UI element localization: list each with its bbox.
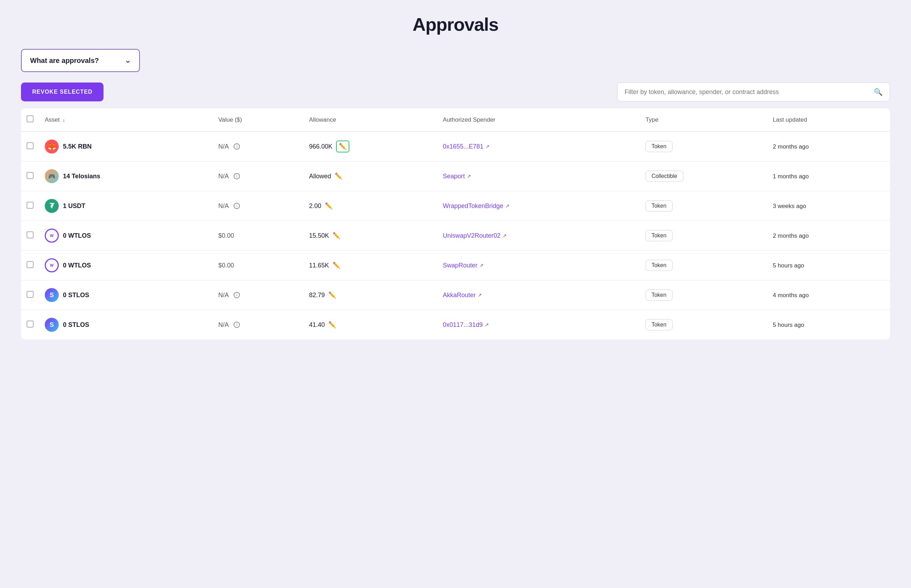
info-icon[interactable]: i: [234, 321, 240, 328]
faq-dropdown[interactable]: What are approvals? ⌄: [21, 49, 140, 72]
spender-cell: 0x1655...E781 ↗: [437, 131, 640, 162]
row-checkbox[interactable]: [27, 202, 34, 209]
table-row: 🎮 14 Telosians N/Ai Allowed ✏️ Seaport ↗…: [21, 162, 890, 191]
asset-cell: S 0 STLOS: [39, 310, 213, 340]
type-cell: Token: [640, 310, 767, 340]
edit-allowance-button[interactable]: ✏️: [333, 232, 340, 239]
spender-name: 0x0117...31d9: [443, 321, 482, 329]
row-checkbox-cell: [21, 250, 39, 280]
header-checkbox: [21, 108, 39, 131]
page-title: Approvals: [21, 14, 890, 35]
info-icon[interactable]: i: [234, 292, 240, 298]
spender-link[interactable]: 0x1655...E781 ↗: [443, 143, 634, 150]
info-icon[interactable]: i: [234, 203, 240, 209]
spender-link[interactable]: Seaport ↗: [443, 173, 634, 180]
allowance-cell: 41.40 ✏️: [304, 310, 437, 340]
last-updated-text: 5 hours ago: [773, 262, 804, 269]
asset-cell: ₮ 1 USDT: [39, 191, 213, 221]
edit-allowance-button[interactable]: ✏️: [325, 202, 333, 210]
allowance-value: 41.40: [309, 321, 325, 329]
info-icon[interactable]: i: [234, 173, 240, 179]
asset-icon: 🎮: [45, 169, 59, 183]
type-badge: Token: [646, 260, 673, 271]
asset-name: 1 USDT: [63, 202, 85, 210]
type-badge: Token: [646, 319, 673, 330]
last-updated-text: 2 months ago: [773, 143, 809, 150]
spender-link[interactable]: 0x0117...31d9 ↗: [443, 321, 634, 329]
value-cell: N/Ai: [213, 131, 303, 162]
header-asset: Asset ↓: [39, 108, 213, 131]
asset-icon: S: [45, 288, 59, 302]
allowance-value: 11.65K: [309, 262, 329, 269]
header-spender: Authorized Spender: [437, 108, 640, 131]
type-cell: Token: [640, 131, 767, 162]
type-cell: Token: [640, 250, 767, 280]
row-checkbox[interactable]: [27, 261, 34, 268]
spender-link[interactable]: AkkaRouter ↗: [443, 292, 634, 299]
updated-cell: 2 months ago: [767, 131, 890, 162]
approvals-table: Asset ↓ Value ($) Allowance Authorized S…: [21, 108, 890, 339]
last-updated-text: 3 weeks ago: [773, 203, 806, 209]
header-allowance: Allowance: [304, 108, 437, 131]
edit-allowance-button[interactable]: ✏️: [336, 141, 350, 152]
table-row: W 0 WTLOS $0.00 15.50K ✏️ UniswapV2Route…: [21, 221, 890, 250]
header-value: Value ($): [213, 108, 303, 131]
page-header: Approvals: [21, 14, 890, 35]
search-icon: 🔍: [874, 88, 883, 96]
action-row: REVOKE SELECTED 🔍: [21, 82, 890, 102]
asset-name: 14 Telosians: [63, 173, 100, 180]
info-icon[interactable]: i: [234, 143, 240, 150]
asset-cell: 🎮 14 Telosians: [39, 162, 213, 191]
type-cell: Collectible: [640, 162, 767, 191]
page-container: Approvals What are approvals? ⌄ REVOKE S…: [21, 14, 890, 339]
external-link-icon: ↗: [505, 203, 510, 209]
search-box: 🔍: [617, 82, 890, 102]
value-text: N/A: [218, 143, 229, 150]
row-checkbox[interactable]: [27, 291, 34, 298]
type-cell: Token: [640, 280, 767, 310]
value-cell: $0.00: [213, 250, 303, 280]
value-text: N/A: [218, 173, 229, 180]
search-input[interactable]: [625, 89, 871, 96]
row-checkbox-cell: [21, 162, 39, 191]
asset-name: 5.5K RBN: [63, 143, 92, 150]
row-checkbox-cell: [21, 191, 39, 221]
external-link-icon: ↗: [467, 173, 471, 179]
external-link-icon: ↗: [479, 263, 484, 268]
asset-icon: S: [45, 318, 59, 332]
row-checkbox-cell: [21, 280, 39, 310]
controls-row: What are approvals? ⌄: [21, 49, 890, 72]
allowance-cell: Allowed ✏️: [304, 162, 437, 191]
row-checkbox[interactable]: [27, 321, 34, 328]
value-text: $0.00: [218, 262, 234, 269]
spender-cell: 0x0117...31d9 ↗: [437, 310, 640, 340]
spender-cell: SwapRouter ↗: [437, 250, 640, 280]
select-all-checkbox[interactable]: [27, 115, 34, 122]
spender-cell: UniswapV2Router02 ↗: [437, 221, 640, 250]
row-checkbox-cell: [21, 310, 39, 340]
updated-cell: 5 hours ago: [767, 310, 890, 340]
edit-allowance-button[interactable]: ✏️: [328, 291, 336, 299]
edit-allowance-button[interactable]: ✏️: [333, 262, 340, 269]
table-row: S 0 STLOS N/Ai 41.40 ✏️ 0x0117...31d9 ↗ …: [21, 310, 890, 340]
revoke-selected-button[interactable]: REVOKE SELECTED: [21, 82, 104, 102]
row-checkbox[interactable]: [27, 172, 34, 179]
spender-link[interactable]: UniswapV2Router02 ↗: [443, 232, 634, 239]
value-text: N/A: [218, 321, 229, 329]
sort-arrow-icon: ↓: [63, 117, 65, 123]
spender-link[interactable]: SwapRouter ↗: [443, 262, 634, 269]
value-cell: N/Ai: [213, 162, 303, 191]
type-cell: Token: [640, 191, 767, 221]
spender-name: 0x1655...E781: [443, 143, 483, 150]
table-header: Asset ↓ Value ($) Allowance Authorized S…: [21, 108, 890, 131]
allowance-cell: 15.50K ✏️: [304, 221, 437, 250]
spender-link[interactable]: WrappedTokenBridge ↗: [443, 202, 634, 210]
last-updated-text: 1 months ago: [773, 173, 809, 180]
last-updated-text: 2 months ago: [773, 233, 809, 239]
edit-allowance-button[interactable]: ✏️: [328, 321, 336, 329]
row-checkbox[interactable]: [27, 142, 34, 149]
row-checkbox[interactable]: [27, 231, 34, 238]
chevron-down-icon: ⌄: [125, 56, 131, 65]
edit-allowance-button[interactable]: ✏️: [335, 172, 342, 180]
type-badge: Token: [646, 200, 673, 212]
